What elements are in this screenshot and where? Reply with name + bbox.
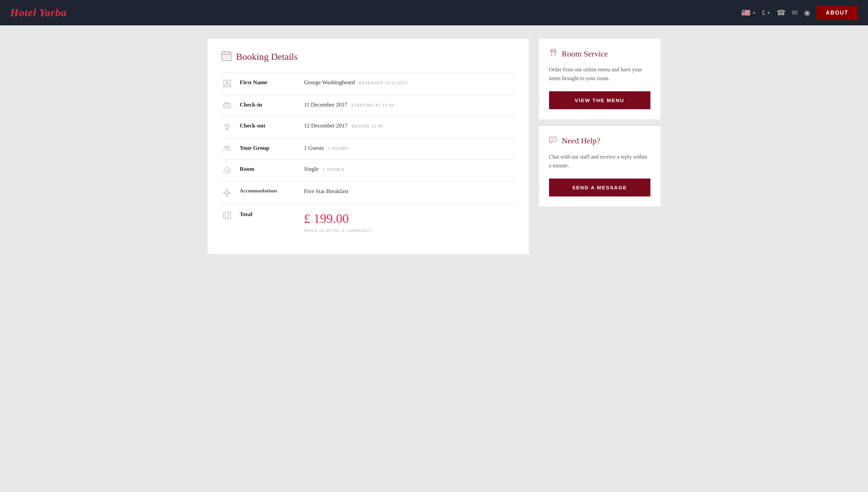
booking-row-group: Your Group 1 Guests 1 ROOMS [221,138,515,159]
email-icon[interactable]: ✉ [792,9,798,17]
firstname-label: First Name [240,79,297,86]
group-icon [221,145,233,153]
need-help-header: Need Help? [549,136,650,146]
booking-card-header: Booking Details [221,51,515,63]
room-service-card: Room Service Order from our online menu … [539,39,661,119]
checkout-value: 12 December 2017 BEFORE 12:00 [304,122,383,129]
person-icon [221,79,233,89]
room-value: Single 1 DOUBLE [304,166,345,172]
calendar-icon [221,51,231,63]
room-service-description: Order from our online menu and have your… [549,65,650,83]
site-logo: Hotel Yorba [10,6,741,19]
accommodations-value: Five Star Breakfast [304,188,348,195]
booking-title: Booking Details [236,51,298,62]
phone-icon[interactable]: ☎ [776,9,786,17]
booking-row-checkin: Check-in 11 December 2017 STARTING AT 14… [221,95,515,116]
svg-rect-15 [224,104,230,108]
chat-icon [549,136,558,146]
svg-rect-19 [226,171,228,173]
total-amount: £ 199.00 [304,211,349,226]
cutlery-icon [549,48,558,59]
booking-row-checkout: Check-out 12 December 2017 BEFORE 12:00 [221,116,515,138]
room-icon [221,166,233,175]
group-value: 1 Guests 1 ROOMS [304,145,349,151]
about-button[interactable]: ABOUT [816,6,858,20]
total-label: Total [240,211,297,218]
accommodations-label-group: Accommodations [240,188,297,194]
currency-chevron-icon: ▼ [767,11,770,15]
svg-rect-0 [222,52,231,61]
sidebar: Room Service Order from our online menu … [539,39,661,207]
group-badge: 1 ROOMS [328,146,349,150]
total-icon [221,211,233,221]
checkout-badge: BEFORE 12:00 [352,124,383,128]
flag-icon: 🇺🇸 [741,8,750,17]
svg-point-14 [226,81,228,84]
need-help-card: Need Help? Chat with our staff and recei… [539,126,661,207]
need-help-description: Chat with our staff and receive a reply … [549,153,650,170]
checkin-value: 11 December 2017 STARTING AT 14:00 [304,101,394,108]
svg-rect-20 [226,190,228,191]
currency-symbol: £ [762,9,765,17]
svg-point-18 [227,146,229,148]
language-chevron-icon: ▼ [752,11,756,15]
checkin-label: Check-in [240,101,297,108]
checkout-icon [221,122,233,132]
currency-selector[interactable]: £ ▼ [762,9,770,17]
need-help-title: Need Help? [562,136,600,145]
booking-row-room: Room Single 1 DOUBLE [221,159,515,182]
total-note: PRICE IN HOTEL'S CURRENCY [304,229,372,233]
accommodations-icon [221,188,233,198]
main-content: Booking Details First Name George Washin… [198,25,671,267]
firstname-badge: RESERVED 12/11/2017 [359,81,408,85]
svg-rect-28 [224,212,230,219]
location-icon[interactable]: ◉ [804,9,810,17]
accommodations-label: Accommodations [240,188,297,194]
svg-point-17 [225,146,227,148]
total-value-container: £ 199.00 PRICE IN HOTEL'S CURRENCY [304,211,372,233]
booking-row-total: Total £ 199.00 PRICE IN HOTEL'S CURRENCY [221,205,515,239]
room-label: Room [240,166,297,172]
room-service-title: Room Service [562,49,608,58]
firstname-value: George Washingbeard RESERVED 12/11/2017 [304,79,408,86]
room-service-header: Room Service [549,48,650,59]
checkout-label: Check-out [240,122,297,129]
booking-row-firstname: First Name George Washingbeard RESERVED … [221,73,515,95]
booking-row-accommodations: Accommodations Five Star Breakfast [221,182,515,205]
language-selector[interactable]: 🇺🇸 ▼ [741,8,756,17]
view-menu-button[interactable]: VIEW THE MENU [549,91,650,109]
room-badge: 1 DOUBLE [323,167,345,171]
checkin-icon [221,101,233,110]
booking-card: Booking Details First Name George Washin… [208,39,529,254]
group-label: Your Group [240,145,297,151]
svg-rect-23 [226,195,228,196]
send-message-button[interactable]: SEND A MESSAGE [549,179,650,196]
checkin-badge: STARTING AT 14:00 [351,103,394,107]
